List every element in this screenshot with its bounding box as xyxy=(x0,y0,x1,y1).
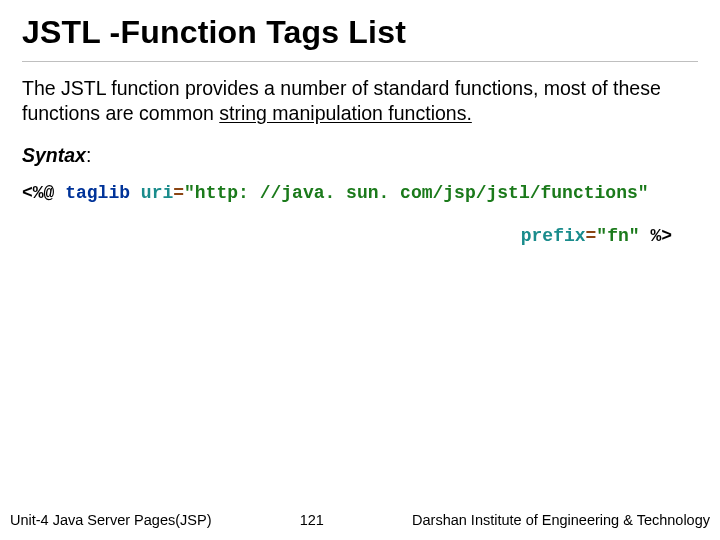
footer-page-number: 121 xyxy=(211,512,412,528)
intro-underlined: string manipulation functions. xyxy=(219,102,472,124)
footer-right: Darshan Institute of Engineering & Techn… xyxy=(412,512,710,528)
code-line-2: prefix="fn" %> xyxy=(22,224,698,249)
code-open: <%@ xyxy=(22,183,54,203)
code-prefix-val: "fn" xyxy=(596,226,639,246)
code-directive: taglib xyxy=(65,183,130,203)
code-eq1: = xyxy=(173,183,184,203)
footer-left: Unit-4 Java Server Pages(JSP) xyxy=(10,512,211,528)
code-block: <%@ taglib uri="http: //java. sun. com/j… xyxy=(22,181,698,249)
code-eq2: = xyxy=(586,226,597,246)
slide-body: JSTL -Function Tags List The JSTL functi… xyxy=(0,0,720,249)
code-uri-val: "http: //java. sun. com/jsp/jstl/functio… xyxy=(184,183,648,203)
intro-paragraph: The JSTL function provides a number of s… xyxy=(22,76,698,126)
footer: Unit-4 Java Server Pages(JSP) 121 Darsha… xyxy=(0,512,720,528)
code-line-1: <%@ taglib uri="http: //java. sun. com/j… xyxy=(22,181,698,206)
syntax-label: Syntax: xyxy=(22,144,698,167)
code-attr-uri: uri xyxy=(141,183,173,203)
code-attr-prefix: prefix xyxy=(521,226,586,246)
slide-title: JSTL -Function Tags List xyxy=(22,14,698,62)
syntax-colon: : xyxy=(86,144,91,166)
syntax-word: Syntax xyxy=(22,144,86,166)
code-close: %> xyxy=(650,226,672,246)
